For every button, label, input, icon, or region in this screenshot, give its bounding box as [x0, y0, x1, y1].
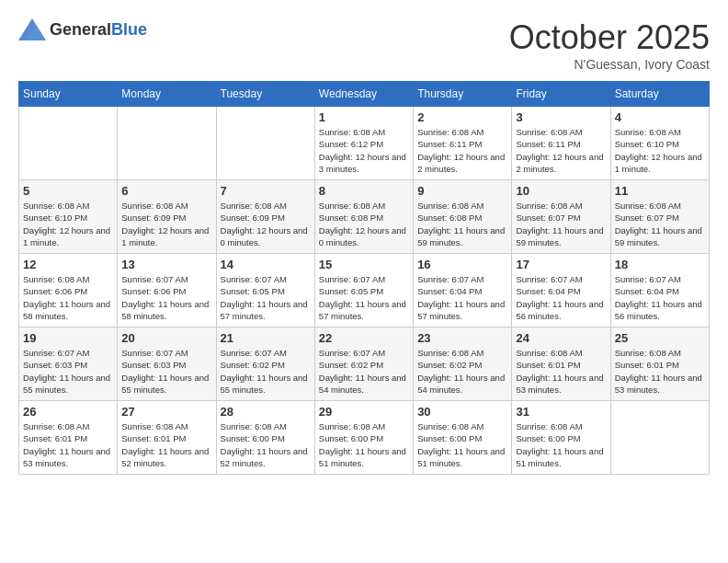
- day-number: 9: [417, 184, 507, 198]
- day-number: 30: [417, 405, 507, 419]
- logo-general-text: General: [50, 20, 111, 39]
- day-number: 29: [319, 405, 409, 419]
- calendar-cell: 3Sunrise: 6:08 AM Sunset: 6:11 PM Daylig…: [512, 107, 610, 180]
- day-number: 24: [516, 331, 606, 345]
- day-info: Sunrise: 6:08 AM Sunset: 6:06 PM Dayligh…: [23, 273, 113, 322]
- day-number: 31: [516, 405, 606, 419]
- day-info: Sunrise: 6:08 AM Sunset: 6:00 PM Dayligh…: [221, 420, 311, 469]
- day-info: Sunrise: 6:08 AM Sunset: 6:01 PM Dayligh…: [23, 420, 113, 469]
- header-tuesday: Tuesday: [216, 82, 314, 107]
- day-info: Sunrise: 6:08 AM Sunset: 6:09 PM Dayligh…: [121, 200, 211, 248]
- day-number: 11: [615, 184, 705, 198]
- day-info: Sunrise: 6:08 AM Sunset: 6:10 PM Dayligh…: [23, 200, 113, 248]
- calendar-cell: 24Sunrise: 6:08 AM Sunset: 6:01 PM Dayli…: [512, 327, 610, 401]
- calendar-week-row: 5Sunrise: 6:08 AM Sunset: 6:10 PM Daylig…: [19, 180, 710, 254]
- day-info: Sunrise: 6:07 AM Sunset: 6:03 PM Dayligh…: [121, 347, 211, 396]
- calendar-cell: 5Sunrise: 6:08 AM Sunset: 6:10 PM Daylig…: [19, 180, 118, 254]
- calendar-cell: 28Sunrise: 6:08 AM Sunset: 6:00 PM Dayli…: [216, 401, 314, 475]
- day-number: 10: [516, 184, 606, 198]
- calendar-cell: 16Sunrise: 6:07 AM Sunset: 6:04 PM Dayli…: [414, 254, 512, 327]
- calendar-body: 1Sunrise: 6:08 AM Sunset: 6:12 PM Daylig…: [19, 107, 710, 475]
- day-info: Sunrise: 6:08 AM Sunset: 6:00 PM Dayligh…: [417, 420, 507, 469]
- logo: GeneralBlue: [18, 18, 147, 40]
- calendar-cell: 27Sunrise: 6:08 AM Sunset: 6:01 PM Dayli…: [118, 401, 216, 475]
- calendar-cell: 2Sunrise: 6:08 AM Sunset: 6:11 PM Daylig…: [414, 107, 512, 180]
- calendar-week-row: 26Sunrise: 6:08 AM Sunset: 6:01 PM Dayli…: [19, 401, 710, 475]
- calendar-table: Sunday Monday Tuesday Wednesday Thursday…: [18, 81, 710, 475]
- day-number: 16: [417, 258, 507, 271]
- day-number: 25: [615, 331, 705, 345]
- day-info: Sunrise: 6:07 AM Sunset: 6:05 PM Dayligh…: [319, 273, 409, 322]
- calendar-cell: 18Sunrise: 6:07 AM Sunset: 6:04 PM Dayli…: [610, 254, 709, 327]
- logo-icon: [18, 18, 46, 40]
- day-number: 14: [221, 258, 311, 271]
- day-number: 26: [23, 405, 113, 419]
- day-info: Sunrise: 6:08 AM Sunset: 6:08 PM Dayligh…: [319, 200, 409, 248]
- day-number: 19: [23, 331, 113, 345]
- day-number: 2: [417, 110, 507, 124]
- day-number: 12: [23, 258, 113, 271]
- header-monday: Monday: [118, 82, 216, 107]
- day-number: 27: [121, 405, 211, 419]
- day-number: 7: [221, 184, 311, 198]
- day-number: 13: [121, 258, 211, 271]
- page-header: GeneralBlue October 2025 N'Guessan, Ivor…: [18, 18, 710, 72]
- calendar-week-row: 19Sunrise: 6:07 AM Sunset: 6:03 PM Dayli…: [19, 327, 710, 401]
- day-info: Sunrise: 6:07 AM Sunset: 6:05 PM Dayligh…: [221, 273, 311, 322]
- calendar-week-row: 12Sunrise: 6:08 AM Sunset: 6:06 PM Dayli…: [19, 254, 710, 327]
- calendar-header: Sunday Monday Tuesday Wednesday Thursday…: [19, 82, 710, 107]
- calendar-cell: 19Sunrise: 6:07 AM Sunset: 6:03 PM Dayli…: [19, 327, 118, 401]
- calendar-cell: 8Sunrise: 6:08 AM Sunset: 6:08 PM Daylig…: [314, 180, 413, 254]
- day-number: 15: [319, 258, 409, 271]
- calendar-cell: 14Sunrise: 6:07 AM Sunset: 6:05 PM Dayli…: [216, 254, 314, 327]
- header-row: Sunday Monday Tuesday Wednesday Thursday…: [19, 82, 710, 107]
- calendar-cell: [216, 107, 314, 180]
- day-number: 20: [121, 331, 211, 345]
- title-area: October 2025 N'Guessan, Ivory Coast: [509, 18, 710, 72]
- calendar-cell: 13Sunrise: 6:07 AM Sunset: 6:06 PM Dayli…: [118, 254, 216, 327]
- calendar-cell: 21Sunrise: 6:07 AM Sunset: 6:02 PM Dayli…: [216, 327, 314, 401]
- day-info: Sunrise: 6:08 AM Sunset: 6:09 PM Dayligh…: [221, 200, 311, 248]
- day-info: Sunrise: 6:07 AM Sunset: 6:02 PM Dayligh…: [319, 347, 409, 396]
- calendar-cell: 30Sunrise: 6:08 AM Sunset: 6:00 PM Dayli…: [414, 401, 512, 475]
- calendar-cell: 9Sunrise: 6:08 AM Sunset: 6:08 PM Daylig…: [414, 180, 512, 254]
- day-number: 22: [319, 331, 409, 345]
- day-info: Sunrise: 6:07 AM Sunset: 6:03 PM Dayligh…: [23, 347, 113, 396]
- calendar-cell: 22Sunrise: 6:07 AM Sunset: 6:02 PM Dayli…: [314, 327, 413, 401]
- day-info: Sunrise: 6:08 AM Sunset: 6:07 PM Dayligh…: [516, 200, 606, 248]
- calendar-cell: 20Sunrise: 6:07 AM Sunset: 6:03 PM Dayli…: [118, 327, 216, 401]
- day-number: 23: [417, 331, 507, 345]
- calendar-cell: 11Sunrise: 6:08 AM Sunset: 6:07 PM Dayli…: [610, 180, 709, 254]
- calendar-cell: 29Sunrise: 6:08 AM Sunset: 6:00 PM Dayli…: [314, 401, 413, 475]
- day-info: Sunrise: 6:08 AM Sunset: 6:01 PM Dayligh…: [516, 347, 606, 396]
- day-info: Sunrise: 6:07 AM Sunset: 6:06 PM Dayligh…: [121, 273, 211, 322]
- day-number: 28: [221, 405, 311, 419]
- day-number: 8: [319, 184, 409, 198]
- day-info: Sunrise: 6:08 AM Sunset: 6:11 PM Dayligh…: [417, 126, 507, 175]
- logo-blue-text: Blue: [111, 20, 147, 39]
- day-info: Sunrise: 6:07 AM Sunset: 6:02 PM Dayligh…: [221, 347, 311, 396]
- day-number: 3: [516, 110, 606, 124]
- day-info: Sunrise: 6:07 AM Sunset: 6:04 PM Dayligh…: [516, 273, 606, 322]
- calendar-cell: [610, 401, 709, 475]
- calendar-cell: 4Sunrise: 6:08 AM Sunset: 6:10 PM Daylig…: [610, 107, 709, 180]
- header-friday: Friday: [512, 82, 610, 107]
- day-info: Sunrise: 6:08 AM Sunset: 6:10 PM Dayligh…: [615, 126, 705, 175]
- header-sunday: Sunday: [19, 82, 118, 107]
- day-number: 1: [319, 110, 409, 124]
- header-saturday: Saturday: [610, 82, 709, 107]
- day-info: Sunrise: 6:08 AM Sunset: 6:02 PM Dayligh…: [417, 347, 507, 396]
- day-info: Sunrise: 6:08 AM Sunset: 6:11 PM Dayligh…: [516, 126, 606, 175]
- calendar-cell: 10Sunrise: 6:08 AM Sunset: 6:07 PM Dayli…: [512, 180, 610, 254]
- day-info: Sunrise: 6:07 AM Sunset: 6:04 PM Dayligh…: [615, 273, 705, 322]
- calendar-cell: [118, 107, 216, 180]
- calendar-cell: 26Sunrise: 6:08 AM Sunset: 6:01 PM Dayli…: [19, 401, 118, 475]
- day-info: Sunrise: 6:08 AM Sunset: 6:12 PM Dayligh…: [319, 126, 409, 175]
- day-info: Sunrise: 6:08 AM Sunset: 6:00 PM Dayligh…: [319, 420, 409, 469]
- day-info: Sunrise: 6:08 AM Sunset: 6:08 PM Dayligh…: [417, 200, 507, 248]
- day-number: 5: [23, 184, 113, 198]
- calendar-cell: 25Sunrise: 6:08 AM Sunset: 6:01 PM Dayli…: [610, 327, 709, 401]
- calendar-cell: [19, 107, 118, 180]
- calendar-cell: 17Sunrise: 6:07 AM Sunset: 6:04 PM Dayli…: [512, 254, 610, 327]
- day-number: 6: [121, 184, 211, 198]
